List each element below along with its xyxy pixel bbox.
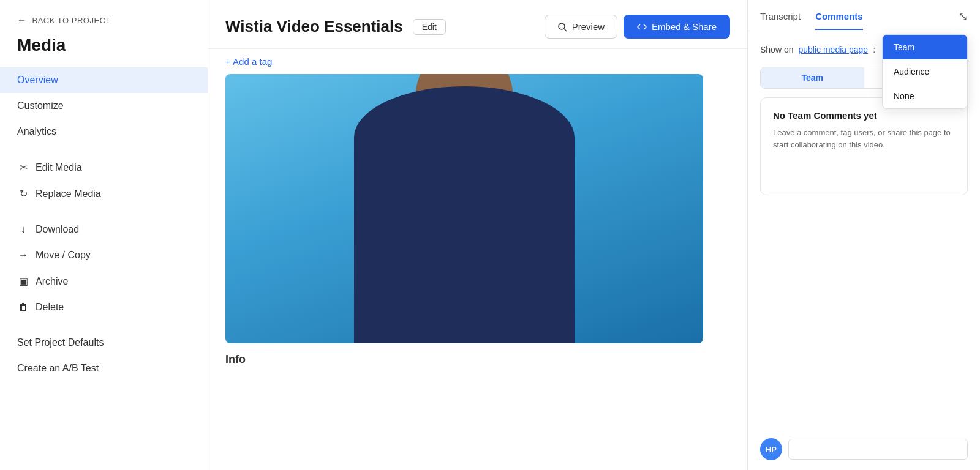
back-label: BACK TO PROJECT bbox=[32, 16, 111, 25]
preview-button[interactable]: Preview bbox=[545, 15, 617, 39]
dropdown-none-label: None bbox=[894, 91, 914, 101]
nav-label-customize: Customize bbox=[17, 100, 64, 111]
back-arrow-icon: ← bbox=[17, 15, 28, 26]
add-tag-label: + Add a tag bbox=[225, 56, 272, 67]
dropdown-menu-item-team[interactable]: Team bbox=[883, 35, 967, 59]
replace-icon: ↻ bbox=[17, 188, 29, 200]
comments-tab-label: Comments bbox=[815, 11, 863, 21]
archive-icon: ▣ bbox=[17, 275, 29, 287]
sidebar-item-replace-media[interactable]: ↻ Replace Media bbox=[0, 181, 208, 207]
nav-label-delete: Delete bbox=[36, 302, 64, 313]
dropdown-team-label: Team bbox=[894, 42, 914, 52]
header-actions: Preview Embed & Share bbox=[545, 15, 730, 39]
nav-label-create-ab-test: Create an A/B Test bbox=[17, 363, 99, 374]
comment-input[interactable] bbox=[788, 439, 968, 460]
back-to-project[interactable]: ← BACK TO PROJECT bbox=[0, 0, 208, 33]
svg-point-0 bbox=[559, 23, 565, 29]
sidebar-item-move-copy[interactable]: → Move / Copy bbox=[0, 242, 208, 268]
video-title: Wistia Video Essentials bbox=[225, 17, 403, 36]
nav-gap-3 bbox=[0, 320, 208, 330]
tab-transcript[interactable]: Transcript bbox=[760, 11, 801, 30]
sidebar: ← BACK TO PROJECT Media Overview Customi… bbox=[0, 0, 208, 470]
avatar: HP bbox=[760, 438, 782, 460]
sidebar-item-customize[interactable]: Customize bbox=[0, 93, 208, 119]
nav-gap-1 bbox=[0, 144, 208, 154]
add-tag[interactable]: + Add a tag bbox=[208, 49, 747, 74]
transcript-tab-label: Transcript bbox=[760, 11, 801, 21]
panel-icon[interactable]: ⤡ bbox=[959, 10, 968, 31]
public-media-link[interactable]: public media page bbox=[798, 45, 868, 54]
nav-label-edit-media: Edit Media bbox=[36, 162, 82, 173]
nav-label-move-copy: Move / Copy bbox=[36, 250, 91, 261]
move-icon: → bbox=[17, 250, 29, 261]
sidebar-item-archive[interactable]: ▣ Archive bbox=[0, 268, 208, 294]
nav-label-download: Download bbox=[36, 224, 79, 235]
nav-label-set-project-defaults: Set Project Defaults bbox=[17, 337, 104, 348]
sidebar-item-delete[interactable]: 🗑 Delete bbox=[0, 294, 208, 320]
embed-share-label: Embed & Share bbox=[652, 21, 717, 32]
show-on-label: Show on bbox=[760, 45, 793, 54]
no-comments-text: Leave a comment, tag users, or share thi… bbox=[773, 127, 955, 151]
nav-label-archive: Archive bbox=[36, 276, 68, 287]
comment-input-row: HP bbox=[760, 428, 968, 460]
nav-label-analytics: Analytics bbox=[17, 126, 56, 137]
sidebar-item-overview[interactable]: Overview bbox=[0, 67, 208, 93]
no-comments-box: No Team Comments yet Leave a comment, ta… bbox=[760, 97, 968, 195]
svg-line-1 bbox=[564, 29, 567, 31]
scissors-icon: ✂ bbox=[17, 162, 29, 173]
team-tab-label: Team bbox=[801, 73, 823, 83]
dropdown-menu-item-audience[interactable]: Audience bbox=[883, 59, 967, 84]
search-icon bbox=[557, 22, 567, 32]
embed-share-button[interactable]: Embed & Share bbox=[624, 15, 730, 39]
dropdown-audience-label: Audience bbox=[894, 67, 929, 76]
nav-label-overview: Overview bbox=[17, 75, 58, 86]
dropdown-menu-item-none[interactable]: None bbox=[883, 84, 967, 108]
tab-comments[interactable]: Comments bbox=[815, 11, 863, 30]
sidebar-item-edit-media[interactable]: ✂ Edit Media bbox=[0, 154, 208, 181]
person-body bbox=[354, 86, 575, 343]
avatar-initials: HP bbox=[766, 445, 777, 454]
dropdown-menu: Team Audience None bbox=[882, 34, 968, 109]
edit-button[interactable]: Edit bbox=[413, 19, 446, 35]
sidebar-nav: Overview Customize Analytics ✂ Edit Medi… bbox=[0, 67, 208, 470]
video-thumbnail[interactable] bbox=[225, 74, 703, 343]
panel-tabs: Transcript Comments ⤡ bbox=[748, 0, 980, 31]
download-icon: ↓ bbox=[17, 224, 29, 235]
info-label: Info bbox=[225, 353, 730, 366]
embed-icon bbox=[637, 22, 647, 32]
right-panel: Transcript Comments ⤡ Show on public med… bbox=[747, 0, 980, 470]
sidebar-item-set-project-defaults[interactable]: Set Project Defaults bbox=[0, 330, 208, 356]
sidebar-item-analytics[interactable]: Analytics bbox=[0, 119, 208, 144]
nav-gap-2 bbox=[0, 207, 208, 217]
sidebar-title: Media bbox=[0, 33, 208, 67]
video-area: Info bbox=[208, 74, 747, 470]
sidebar-item-create-ab-test[interactable]: Create an A/B Test bbox=[0, 356, 208, 381]
nav-label-replace-media: Replace Media bbox=[36, 188, 101, 200]
preview-label: Preview bbox=[572, 21, 605, 32]
comments-tab-team[interactable]: Team bbox=[761, 67, 864, 88]
trash-icon: 🗑 bbox=[17, 302, 29, 313]
no-comments-title: No Team Comments yet bbox=[773, 110, 955, 121]
main-content: Wistia Video Essentials Edit Preview Emb… bbox=[208, 0, 747, 470]
sidebar-item-download[interactable]: ↓ Download bbox=[0, 217, 208, 242]
main-header: Wistia Video Essentials Edit Preview Emb… bbox=[208, 0, 747, 49]
